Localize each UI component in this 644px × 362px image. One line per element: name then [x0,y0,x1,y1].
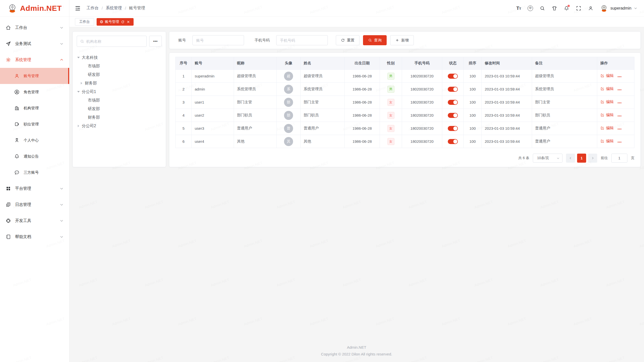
documents-icon [6,202,11,207]
gender-tag: 女 [387,138,394,145]
more-actions-button[interactable]: ••• [618,88,622,92]
sidebar-item-system-management[interactable]: 系统管理 [0,52,69,68]
tree-node[interactable]: 市场部 [77,62,162,70]
col-birthdate: 出生日期 [345,57,380,70]
account-label: 账号 [178,38,186,43]
org-tree-panel: ••• 大名科技 市场部 研发部 财务部 分公司1 市场部 研发部 财务部 分公… [72,31,166,167]
sidebar-item-role-management[interactable]: 角色管理 [0,84,69,100]
status-toggle[interactable] [448,100,458,105]
role-icon [14,89,20,95]
app-logo[interactable]: Admin.NET [0,0,69,17]
cpu-icon [6,218,11,223]
font-size-icon[interactable]: TT [516,6,521,11]
edit-button[interactable]: 编辑 [600,100,614,104]
next-page-button[interactable] [588,154,597,163]
sidebar-item-label: 个人中心 [24,138,64,143]
sidebar-item-label: 通知公告 [24,154,64,159]
fullscreen-icon[interactable] [576,6,581,11]
edit-button[interactable]: 编辑 [600,139,614,144]
status-toggle[interactable] [448,113,458,118]
tree-node[interactable]: 财务部 [77,113,162,122]
postcard-icon [14,121,20,127]
more-actions-button[interactable]: ••• [618,101,622,105]
app-root: Admin.NET 工作台 业务测试 系统管理 账号管理 [0,0,644,362]
tree-node[interactable]: 财务部 [77,79,162,87]
tab-label: 工作台 [79,20,90,24]
more-actions-button[interactable]: ••• [618,127,622,131]
theme-tshirt-icon[interactable] [552,6,557,11]
notification-bell-icon[interactable] [564,6,569,11]
tree-node[interactable]: 分公司2 [77,122,162,130]
more-actions-button[interactable]: ••• [618,114,622,118]
tab-account-management[interactable]: 账号管理 [97,18,134,26]
account-input[interactable] [192,35,244,45]
profile-icon[interactable] [588,6,593,11]
status-toggle[interactable] [448,139,458,144]
tree-more-button[interactable]: ••• [149,36,162,47]
sidebar-item-dev-tools[interactable]: 开发工具 [0,213,69,229]
tree-node[interactable]: 研发部 [77,70,162,79]
footer-app-name: Admin.NET [72,344,641,351]
tree-node[interactable]: 大名科技 [77,53,162,62]
sidebar-item-org-management[interactable]: 机构管理 [0,100,69,116]
sidebar-item-label: 账号管理 [24,74,63,78]
col-phone: 手机号码 [402,57,442,70]
workspace: ••• 大名科技 市场部 研发部 财务部 分公司1 市场部 研发部 财务部 分公… [69,27,644,362]
refresh-icon[interactable] [121,20,125,24]
edit-button[interactable]: 编辑 [600,126,614,130]
close-icon[interactable] [127,20,130,24]
language-icon[interactable]: 中 [528,6,533,11]
tree-node[interactable]: 市场部 [77,96,162,105]
sidebar-item-label: 帮助文档 [15,234,60,240]
current-page[interactable]: 1 [577,154,586,163]
breadcrumb-item[interactable]: 系统管理 [106,6,122,11]
table-row: 5 user3 普通用户 普 普通用户 1986-06-28 女 1802003… [176,122,634,135]
avatar: 系 [284,85,293,94]
more-actions-button[interactable]: ••• [618,75,622,79]
tree-node[interactable]: 研发部 [77,105,162,113]
total-count: 共 6 条 [518,156,529,160]
sidebar-item-log-management[interactable]: 日志管理 [0,197,69,213]
col-name: 姓名 [301,57,345,70]
table-row: 4 user2 部门职员 部 部门职员 1986-06-28 女 1802003… [176,109,634,122]
user-menu[interactable]: superadmin [600,4,637,12]
tree-node[interactable]: 分公司1 [77,87,162,96]
status-toggle[interactable] [448,87,458,92]
reset-button[interactable]: 重置 [336,35,359,45]
prev-page-button[interactable] [566,154,575,163]
org-tree: 大名科技 市场部 研发部 财务部 分公司1 市场部 研发部 财务部 分公司2 [77,53,162,130]
page-size-select[interactable]: 10条/页 [533,154,562,163]
search-icon[interactable] [540,6,545,11]
chevron-down-icon [60,187,64,191]
breadcrumb-item[interactable]: 账号管理 [129,6,145,11]
query-button[interactable]: 查询 [363,35,387,45]
breadcrumb-item[interactable]: 工作台 [87,6,99,11]
sidebar-item-platform-management[interactable]: 平台管理 [0,180,69,197]
sidebar-item-third-party-account[interactable]: 三方账号 [0,164,69,180]
sidebar-item-account-management[interactable]: 账号管理 [0,68,69,84]
sidebar-item-notice[interactable]: 通知公告 [0,148,69,164]
sidebar-item-position-management[interactable]: 职位管理 [0,116,69,132]
caret-right-icon [78,125,79,127]
sidebar-item-help-docs[interactable]: 帮助文档 [0,229,69,245]
phone-input[interactable] [276,35,328,45]
status-toggle[interactable] [448,126,458,131]
sidebar-item-business-test[interactable]: 业务测试 [0,36,69,52]
status-toggle[interactable] [448,74,458,79]
main-area: 工作台 / 系统管理 / 账号管理 TT 中 [69,0,644,362]
gender-tag: 男 [387,86,394,93]
more-actions-button[interactable]: ••• [618,140,622,144]
sidebar-menu: 工作台 业务测试 系统管理 账号管理 角色管理 [0,17,69,362]
footer-copyright: Copyright © 2022 Dilon All rights reserv… [72,351,641,357]
edit-button[interactable]: 编辑 [600,113,614,117]
sidebar-item-label: 工作台 [15,25,60,30]
edit-button[interactable]: 编辑 [600,86,614,91]
sidebar-item-workbench[interactable]: 工作台 [0,20,69,36]
sidebar-item-personal-center[interactable]: 个人中心 [0,132,69,148]
add-button[interactable]: 新增 [390,35,414,45]
menu-fold-icon[interactable] [74,5,81,12]
org-search-input[interactable] [86,39,143,43]
edit-button[interactable]: 编辑 [600,73,614,78]
tab-workbench[interactable]: 工作台 [75,18,94,26]
goto-page-input[interactable] [611,154,627,163]
